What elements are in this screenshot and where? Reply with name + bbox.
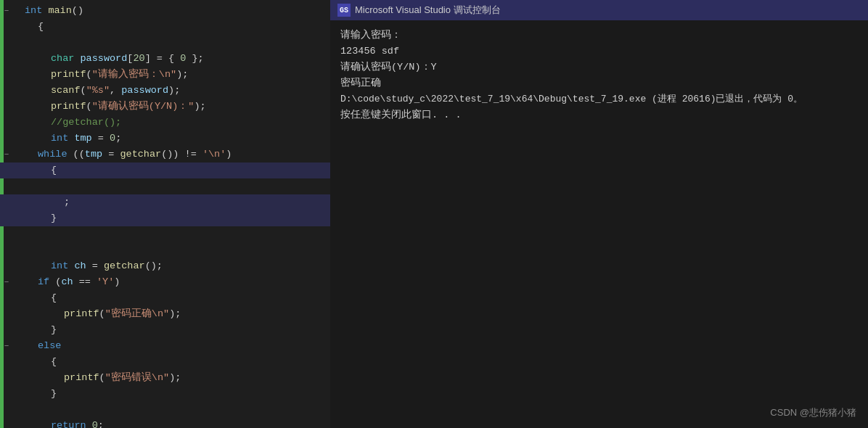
code-line: −else (0, 338, 330, 354)
code-line: int ch = getchar(); (0, 258, 330, 274)
line-content: printf("密码正确\n"); (61, 306, 330, 322)
line-content: else (35, 338, 330, 354)
code-line: } (0, 210, 330, 226)
line-content: scanf("%s", password); (48, 83, 330, 99)
line-content: } (48, 210, 330, 226)
line-content: return 0; (48, 418, 330, 428)
code-line (0, 226, 330, 242)
line-content: } (48, 386, 330, 402)
line-content: { (48, 354, 330, 370)
code-line (0, 178, 330, 194)
fold-icon[interactable]: − (1, 338, 12, 354)
line-content: printf("请确认密码(Y/N)："); (48, 99, 330, 115)
code-line: int tmp = 0; (0, 131, 330, 147)
code-line: { (0, 162, 330, 178)
line-content: } (48, 322, 330, 338)
line-content: ; (61, 194, 330, 210)
line-content: while ((tmp = getchar()) != '\n') (35, 147, 330, 162)
console-body: 请输入密码：123456 sdf请确认密码(Y/N)：Y密码正确D:\code\… (330, 20, 868, 428)
fold-icon[interactable]: − (1, 274, 12, 290)
console-panel: GS Microsoft Visual Studio 调试控制台 请输入密码：1… (330, 0, 868, 428)
line-gutter: − (0, 3, 22, 19)
line-content: printf("请输入密码：\n"); (48, 67, 330, 83)
console-line: 请输入密码： (340, 28, 858, 44)
code-line: ; (0, 194, 330, 210)
code-line: printf("密码正确\n"); (0, 306, 330, 322)
line-content: printf("密码错误\n"); (61, 370, 330, 386)
code-line: char password[20] = { 0 }; (0, 51, 330, 67)
code-line: { (0, 290, 330, 306)
console-line: 按任意键关闭此窗口. . . (340, 107, 858, 123)
console-icon: GS (337, 4, 351, 17)
code-line (0, 402, 330, 418)
line-content: int main() (22, 3, 330, 19)
code-line: //getchar(); (0, 115, 330, 131)
line-content: { (35, 19, 330, 35)
code-line: −while ((tmp = getchar()) != '\n') (0, 147, 330, 162)
console-line: 请确认密码(Y/N)：Y (340, 59, 858, 75)
code-lines: −int main(){char password[20] = { 0 };pr… (0, 0, 330, 428)
watermark: CSDN @悲伤猪小猪 (770, 406, 856, 419)
line-content: int ch = getchar(); (48, 258, 330, 274)
line-gutter: − (0, 274, 22, 290)
line-gutter: − (0, 147, 22, 162)
code-line: } (0, 322, 330, 338)
console-line: D:\code\study_c\2022\test_7_19\x64\Debug… (340, 91, 858, 107)
code-line: return 0; (0, 418, 330, 428)
fold-icon[interactable]: − (1, 3, 12, 19)
console-line: 123456 sdf (340, 44, 858, 59)
code-line: printf("请确认密码(Y/N)："); (0, 99, 330, 115)
code-line: printf("密码错误\n"); (0, 370, 330, 386)
line-gutter: − (0, 338, 22, 354)
code-editor: −int main(){char password[20] = { 0 };pr… (0, 0, 330, 428)
code-line: scanf("%s", password); (0, 83, 330, 99)
code-line: { (0, 19, 330, 35)
code-line: } (0, 386, 330, 402)
line-content: int tmp = 0; (48, 131, 330, 147)
fold-icon[interactable]: − (1, 147, 12, 162)
code-line (0, 242, 330, 258)
console-titlebar: GS Microsoft Visual Studio 调试控制台 (330, 0, 868, 20)
code-line: −int main() (0, 3, 330, 19)
line-content: char password[20] = { 0 }; (48, 51, 330, 67)
code-line (0, 35, 330, 51)
line-content: { (48, 162, 330, 178)
line-content: //getchar(); (48, 115, 330, 131)
console-line: 密码正确 (340, 75, 858, 91)
line-content: if (ch == 'Y') (35, 274, 330, 290)
code-line: { (0, 354, 330, 370)
code-line: printf("请输入密码：\n"); (0, 67, 330, 83)
code-line: −if (ch == 'Y') (0, 274, 330, 290)
line-content: { (48, 290, 330, 306)
console-title: Microsoft Visual Studio 调试控制台 (355, 4, 501, 17)
